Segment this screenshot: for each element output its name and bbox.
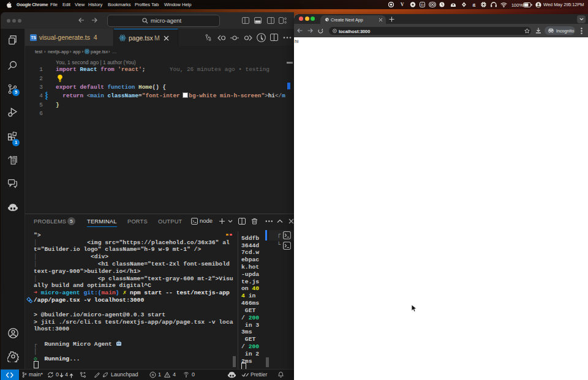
svg-text:TS: TS — [31, 35, 36, 40]
svg-text:Fi: Fi — [421, 3, 423, 7]
svg-text:ß: ß — [473, 2, 476, 8]
